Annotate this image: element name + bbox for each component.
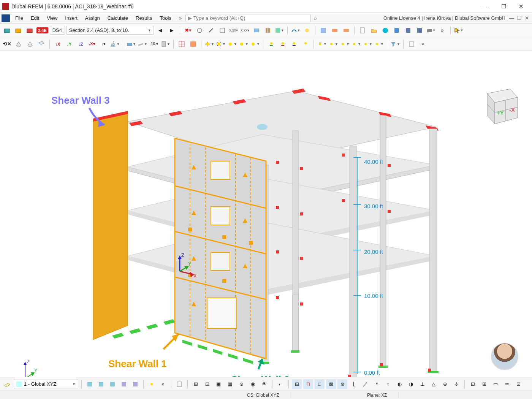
tb2-mesh-1[interactable] [177,39,187,49]
bb-os-9[interactable]: ○ [383,379,393,389]
bb-guide-4[interactable]: ═ [502,379,512,389]
workplane-combo[interactable]: 1 - Global XYZ▼ [14,380,78,388]
bb-os-1[interactable]: ⊞ [292,379,302,389]
tb1-block-icon[interactable] [392,25,402,35]
menu-insert[interactable]: Insert [61,14,81,22]
bb-osnap-6[interactable]: ◉ [248,379,258,389]
tb2-load-2[interactable]: ▼ [328,39,338,49]
menu-overflow-icon[interactable]: » [175,14,185,22]
bb-osnap-5[interactable]: ⊙ [236,379,246,389]
tb2-microscope-icon[interactable]: 🔬▼ [110,39,120,49]
bb-osnap-7[interactable]: 👁 [259,379,269,389]
menu-calculate[interactable]: Calculate [104,14,132,22]
tb2-axis-x[interactable]: ↓X [53,39,63,49]
bb-os-11[interactable]: ◑ [406,379,416,389]
tb1-open-icon[interactable] [369,25,379,35]
tb2-axis-combo[interactable]: ↓▾ [98,39,108,49]
tb2-filter-icon[interactable]: ▼ [390,39,400,49]
tb1-tool-10[interactable] [302,25,312,35]
tb1-tool-8[interactable]: ▼ [274,25,284,35]
tb2-load-5[interactable]: ▼ [363,39,372,49]
tb1-tool-7[interactable] [263,25,273,35]
tb2-load-6[interactable]: ▼ [374,39,384,49]
tb1-tool-11[interactable] [318,25,328,35]
bb-snap-1[interactable] [85,379,95,389]
bb-osnap-4[interactable]: ▦ [225,379,235,389]
bb-snap-4[interactable] [119,379,129,389]
tb1-saveas-icon[interactable] [415,25,424,35]
bb-guide-2[interactable]: ⊞ [479,379,489,389]
bb-os-15[interactable]: ⊹ [451,379,461,389]
tb2-load-3[interactable]: ▼ [340,39,350,49]
tb1-tool-5[interactable]: x.xx▾ [240,25,250,35]
bb-guide-5[interactable]: ⊡ [513,379,523,389]
bb-os-8[interactable]: 〃 [372,379,382,389]
bb-snap-3[interactable] [108,379,117,389]
prev-icon[interactable]: ◀ [155,25,165,35]
section-combo[interactable]: Section 2.4 (ASD), 8. to 10.▼ [66,26,154,35]
bb-os-4[interactable]: ⊠ [326,379,336,389]
menu-tools[interactable]: Tools [156,14,175,22]
tb1-cloud-icon[interactable] [380,25,390,35]
tb2-zoom-icon[interactable]: ⟲✕ [2,39,12,49]
search-submit-icon[interactable]: ⌕ [314,15,317,21]
model-viewport[interactable]: 40.00 ft 30.00 ft 20.00 ft 10.00 ft 0.00… [0,51,532,377]
bb-os-3[interactable]: □ [315,379,325,389]
tb2-axis-z[interactable]: ↓Z [76,39,86,49]
tb1-tool-4[interactable]: x.xx▾ [229,25,239,35]
tb1-icon-2[interactable] [14,25,24,35]
bb-os-7[interactable]: ／ [360,379,370,389]
bb-os-10[interactable]: ◐ [394,379,404,389]
tb1-tool-9[interactable]: ▼ [291,25,301,35]
tb2-render-3[interactable]: .10.▾ [149,39,159,49]
maximize-button[interactable]: ☐ [495,1,512,12]
app-menu-icon[interactable] [2,14,10,22]
tb2-view-2[interactable] [25,39,35,49]
bb-snap-5[interactable] [130,379,140,389]
bb-workplane-icon[interactable] [2,379,12,389]
bb-osnap-3[interactable]: ▣ [214,379,223,389]
tb1-tool-6[interactable] [252,25,261,35]
tb2-node-4[interactable]: ▼ [239,39,249,49]
tb2-node-2[interactable]: ▼ [216,39,226,49]
bb-overflow-1[interactable]: » [158,379,168,389]
tb2-support-4[interactable] [301,39,310,49]
load-case-badge[interactable]: 2.4E [36,27,48,33]
menu-file[interactable]: File [11,14,27,22]
tb2-support-2[interactable] [278,39,288,49]
tb2-mesh-2[interactable] [188,39,198,49]
tb1-icon-3[interactable] [25,25,35,35]
bb-grid-icon[interactable] [174,379,184,389]
tb2-node-3[interactable]: ▼ [227,39,237,49]
tb1-print-icon[interactable]: ▼ [426,25,436,35]
bb-snap-6[interactable] [147,379,157,389]
tb2-load-4[interactable]: ▼ [351,39,361,49]
tb1-delete-icon[interactable]: ✖▾ [183,25,193,35]
menu-results[interactable]: Results [132,14,156,22]
menu-view[interactable]: View [43,14,61,22]
search-input[interactable] [193,15,308,21]
bb-ortho-icon[interactable]: ⌐ [276,379,285,389]
close-button[interactable]: ✕ [512,1,530,12]
navigation-cube[interactable]: +Y -X [476,82,521,128]
tb2-support-1[interactable] [266,39,276,49]
tb1-new-icon[interactable] [358,25,367,35]
next-icon[interactable]: ▶ [167,25,177,35]
menu-edit[interactable]: Edit [27,14,43,22]
tb2-overflow-icon[interactable]: » [418,39,428,49]
tb1-tool-12[interactable] [330,25,340,35]
tb2-node-5[interactable]: ▼ [250,39,260,49]
bb-guide-1[interactable]: ⊡ [468,379,478,389]
tb2-render-1[interactable]: ▼ [126,39,136,49]
tb2-support-3[interactable] [289,39,299,49]
bb-snap-2[interactable] [96,379,106,389]
bb-os-2[interactable]: ⊓ [303,379,313,389]
tb2-view-3[interactable] [36,39,46,49]
tb1-tool-3[interactable] [217,25,227,35]
mdi-minimize-button[interactable]: — [509,15,514,21]
tb1-tool-2[interactable] [206,25,216,35]
bb-os-14[interactable]: ⊕ [440,379,450,389]
bb-os-13[interactable]: △ [429,379,439,389]
tb1-select-icon[interactable]: ▼ [454,25,464,35]
minimize-button[interactable]: — [477,1,495,12]
